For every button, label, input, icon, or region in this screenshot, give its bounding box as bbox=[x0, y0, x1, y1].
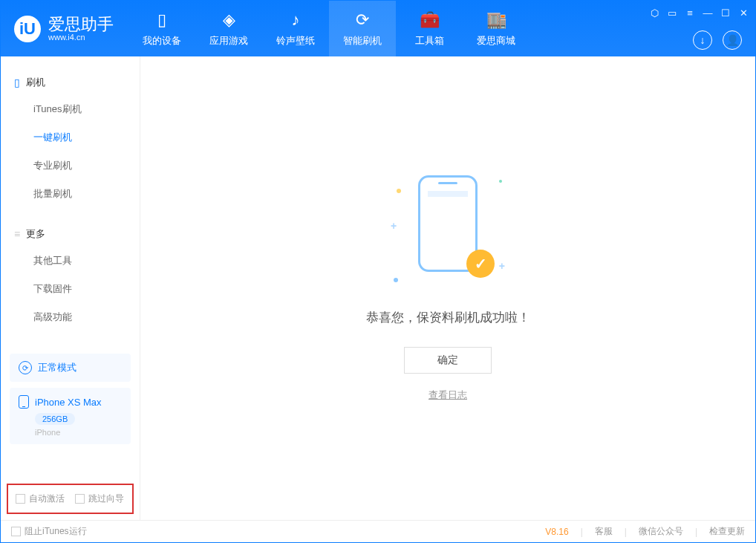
app-name: 爱思助手 bbox=[48, 16, 114, 33]
checkbox-icon bbox=[11, 527, 21, 536]
tshirt-icon[interactable]: ⬡ bbox=[648, 7, 660, 19]
sidebar-item-other-tools[interactable]: 其他工具 bbox=[1, 247, 140, 275]
sidebar: ▯刷机 iTunes刷机 一键刷机 专业刷机 批量刷机 ≡更多 其他工具 下载固… bbox=[1, 56, 140, 520]
view-log-link[interactable]: 查看日志 bbox=[428, 388, 467, 402]
phone-outline-icon bbox=[19, 395, 29, 409]
tab-store[interactable]: 🏬爱思商城 bbox=[463, 1, 529, 56]
success-illustration: ++ ✓ bbox=[407, 175, 489, 287]
menu-icon[interactable]: ≡ bbox=[684, 7, 696, 19]
storage-badge: 256GB bbox=[35, 413, 75, 425]
sidebar-section-flash: ▯刷机 bbox=[1, 70, 140, 95]
sidebar-item-advanced[interactable]: 高级功能 bbox=[1, 303, 140, 331]
header-actions: ↓ 👤 bbox=[693, 30, 742, 50]
phone-icon: ▯ bbox=[157, 10, 166, 30]
window-controls: ⬡ ▭ ≡ — ☐ ✕ bbox=[648, 7, 749, 19]
check-badge-icon: ✓ bbox=[466, 250, 495, 278]
app-url: www.i4.cn bbox=[48, 33, 114, 42]
close-button[interactable]: ✕ bbox=[737, 7, 749, 19]
footer-link-support[interactable]: 客服 bbox=[595, 525, 613, 538]
ok-button[interactable]: 确定 bbox=[404, 347, 492, 374]
sidebar-item-oneclick-flash[interactable]: 一键刷机 bbox=[1, 123, 140, 152]
maximize-button[interactable]: ☐ bbox=[720, 7, 731, 19]
tab-ringtones[interactable]: ♪铃声壁纸 bbox=[262, 1, 329, 56]
store-icon: 🏬 bbox=[486, 10, 506, 30]
refresh-icon: ⟳ bbox=[356, 10, 369, 30]
device-card[interactable]: iPhone XS Max 256GB iPhone bbox=[10, 388, 131, 444]
mode-icon: ⟳ bbox=[19, 361, 32, 374]
highlighted-options: 自动激活 跳过向导 bbox=[7, 484, 134, 514]
checkbox-icon bbox=[16, 494, 25, 504]
main-tabs: ▯我的设备 ◈应用游戏 ♪铃声壁纸 ⟳智能刷机 🧰工具箱 🏬爱思商城 bbox=[128, 1, 529, 56]
checkbox-skip-guide[interactable]: 跳过向导 bbox=[75, 492, 124, 505]
toolbox-icon: 🧰 bbox=[420, 10, 440, 30]
logo-icon: iU bbox=[14, 16, 41, 42]
checkbox-auto-activate[interactable]: 自动激活 bbox=[16, 492, 65, 505]
tab-smart-flash[interactable]: ⟳智能刷机 bbox=[329, 1, 396, 56]
sidebar-item-itunes-flash[interactable]: iTunes刷机 bbox=[1, 95, 140, 123]
mode-card[interactable]: ⟳ 正常模式 bbox=[10, 354, 131, 382]
feedback-icon[interactable]: ▭ bbox=[666, 7, 678, 19]
tab-apps-games[interactable]: ◈应用游戏 bbox=[195, 1, 262, 56]
version-label: V8.16 bbox=[545, 527, 568, 537]
sidebar-item-download-firmware[interactable]: 下载固件 bbox=[1, 275, 140, 303]
sidebar-item-batch-flash[interactable]: 批量刷机 bbox=[1, 180, 140, 208]
logo-block: iU 爱思助手 www.i4.cn bbox=[1, 16, 128, 42]
footer-link-update[interactable]: 检查更新 bbox=[709, 525, 745, 538]
sidebar-item-pro-flash[interactable]: 专业刷机 bbox=[1, 152, 140, 180]
footer-link-wechat[interactable]: 微信公众号 bbox=[639, 525, 683, 538]
device-icon: ▯ bbox=[14, 77, 20, 88]
checkbox-block-itunes[interactable]: 阻止iTunes运行 bbox=[11, 525, 87, 538]
account-button[interactable]: 👤 bbox=[723, 30, 742, 50]
header: iU 爱思助手 www.i4.cn ▯我的设备 ◈应用游戏 ♪铃声壁纸 ⟳智能刷… bbox=[1, 1, 755, 56]
footer: 阻止iTunes运行 V8.16 | 客服 | 微信公众号 | 检查更新 bbox=[1, 520, 755, 542]
cube-icon: ◈ bbox=[223, 10, 235, 30]
music-icon: ♪ bbox=[292, 10, 300, 30]
list-icon: ≡ bbox=[14, 228, 20, 240]
sidebar-section-more: ≡更多 bbox=[1, 221, 140, 247]
device-type: iPhone bbox=[35, 428, 122, 437]
success-message: 恭喜您，保资料刷机成功啦！ bbox=[366, 309, 530, 326]
tab-toolbox[interactable]: 🧰工具箱 bbox=[396, 1, 463, 56]
tab-my-device[interactable]: ▯我的设备 bbox=[128, 1, 195, 56]
download-button[interactable]: ↓ bbox=[693, 30, 712, 50]
checkbox-icon bbox=[75, 494, 85, 504]
minimize-button[interactable]: — bbox=[702, 7, 714, 19]
main-content: ++ ✓ 恭喜您，保资料刷机成功啦！ 确定 查看日志 bbox=[140, 56, 755, 520]
